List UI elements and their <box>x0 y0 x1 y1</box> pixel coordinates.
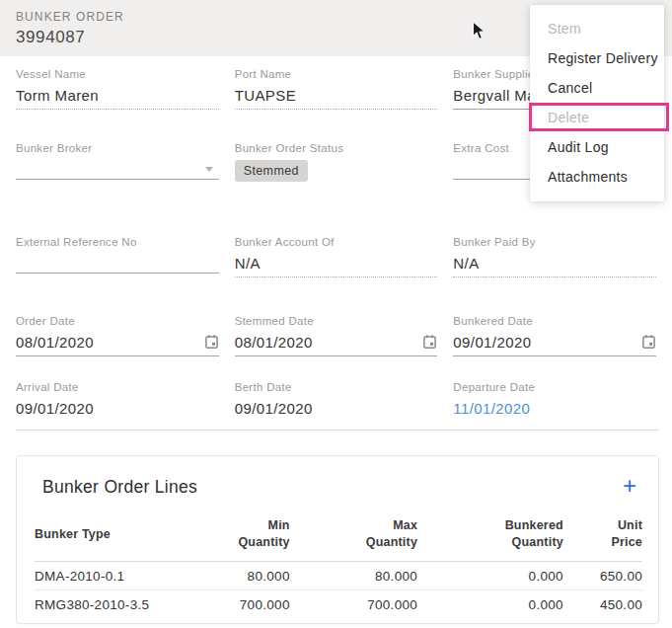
bunker-paid-by-value: N/A <box>453 255 656 277</box>
vessel-name-value: Torm Maren <box>16 87 219 110</box>
field-port-name: Port Name TUAPSE <box>235 68 438 110</box>
col-min-quantity: MinQuantity <box>217 511 290 562</box>
table-row[interactable]: DMA-2010-0.1 80.000 80.000 0.000 650.00 <box>35 562 642 590</box>
cell-unit-price: 650.00 <box>563 562 642 590</box>
bunker-broker-select[interactable] <box>16 161 219 180</box>
calendar-icon[interactable] <box>641 334 656 350</box>
field-stemmed-date: Stemmed Date 08/01/2020 <box>235 315 438 356</box>
port-name-label: Port Name <box>235 68 438 80</box>
cell-max-quantity: 80.000 <box>290 562 417 590</box>
field-vessel-name: Vessel Name Torm Maren <box>16 68 219 110</box>
external-reference-no-label: External Reference No <box>16 236 219 248</box>
field-external-reference-no: External Reference No <box>16 236 219 277</box>
col-max-quantity: MaxQuantity <box>290 511 417 562</box>
bunker-account-of-value: N/A <box>235 255 438 277</box>
cell-bunker-type: DMA-2010-0.1 <box>35 562 217 590</box>
menu-item-register-delivery[interactable]: Register Delivery <box>530 43 664 73</box>
field-order-date: Order Date 08/01/2020 <box>16 315 219 356</box>
vessel-name-label: Vessel Name <box>16 68 219 80</box>
field-departure-date: Departure Date 11/01/2020 <box>453 381 656 422</box>
cell-bunker-type: RMG380-2010-3.5 <box>35 590 217 619</box>
menu-item-stem: Stem <box>530 14 664 43</box>
field-bunker-broker: Bunker Broker <box>16 142 219 187</box>
menu-item-attachments[interactable]: Attachments <box>530 162 664 192</box>
field-bunker-account-of: Bunker Account Of N/A <box>235 236 438 277</box>
cell-unit-price: 450.00 <box>563 590 642 619</box>
chevron-down-icon <box>205 167 213 172</box>
mouse-cursor <box>472 21 486 41</box>
status-badge: Stemmed <box>235 160 308 182</box>
field-bunkered-date: Bunkered Date 09/01/2020 <box>453 315 656 356</box>
bunker-order-status-label: Bunker Order Status <box>235 142 438 154</box>
order-date-label: Order Date <box>16 315 219 327</box>
bunker-broker-label: Bunker Broker <box>16 142 219 154</box>
table-header-row: Bunker Type MinQuantity MaxQuantity Bunk… <box>35 511 642 562</box>
cell-bunkered-quantity: 0.000 <box>417 562 563 590</box>
departure-date-label: Departure Date <box>453 381 656 393</box>
arrival-date-label: Arrival Date <box>16 381 219 393</box>
section-divider <box>16 430 659 431</box>
col-unit-price: UnitPrice <box>563 511 642 562</box>
field-arrival-date: Arrival Date 09/01/2020 <box>16 381 219 422</box>
context-menu: Stem Register Delivery Cancel Delete Aud… <box>530 5 664 201</box>
bunkered-date-label: Bunkered Date <box>453 315 656 327</box>
table-row[interactable]: RMG380-2010-3.5 700.000 700.000 0.000 45… <box>35 590 642 619</box>
field-bunker-paid-by: Bunker Paid By N/A <box>453 236 656 277</box>
arrival-date-value: 09/01/2020 <box>16 400 219 422</box>
field-berth-date: Berth Date 09/01/2020 <box>235 381 438 422</box>
cell-max-quantity: 700.000 <box>290 590 417 619</box>
col-bunker-type: Bunker Type <box>35 511 217 562</box>
calendar-icon[interactable] <box>204 334 219 350</box>
departure-date-link[interactable]: 11/01/2020 <box>453 400 656 422</box>
cell-min-quantity: 80.000 <box>217 562 290 590</box>
cell-min-quantity: 700.000 <box>217 590 290 619</box>
menu-item-audit-log[interactable]: Audit Log <box>530 132 664 162</box>
col-bunkered-quantity: BunkeredQuantity <box>417 511 563 562</box>
berth-date-label: Berth Date <box>235 381 438 393</box>
port-name-value: TUAPSE <box>235 87 438 110</box>
external-reference-no-input[interactable] <box>16 255 219 274</box>
bunker-account-of-label: Bunker Account Of <box>235 236 438 248</box>
field-bunker-order-status: Bunker Order Status Stemmed <box>235 142 438 187</box>
bunkered-date-input[interactable]: 09/01/2020 <box>453 334 656 356</box>
bunker-order-lines-card: Bunker Order Lines + Bunker Type MinQuan… <box>16 455 659 624</box>
menu-item-cancel[interactable]: Cancel <box>530 73 664 103</box>
stemmed-date-input[interactable]: 08/01/2020 <box>235 334 438 356</box>
order-date-input[interactable]: 08/01/2020 <box>16 334 219 356</box>
order-lines-table: Bunker Type MinQuantity MaxQuantity Bunk… <box>35 511 642 619</box>
bunker-paid-by-label: Bunker Paid By <box>453 236 656 248</box>
calendar-icon[interactable] <box>422 334 437 350</box>
bunker-order-lines-title: Bunker Order Lines <box>42 477 197 497</box>
berth-date-value: 09/01/2020 <box>235 400 438 422</box>
menu-item-delete: Delete <box>530 103 664 132</box>
status-cell: Stemmed <box>235 161 438 187</box>
add-order-line-button[interactable]: + <box>623 474 636 498</box>
cell-bunkered-quantity: 0.000 <box>417 590 563 619</box>
stemmed-date-label: Stemmed Date <box>235 315 438 327</box>
